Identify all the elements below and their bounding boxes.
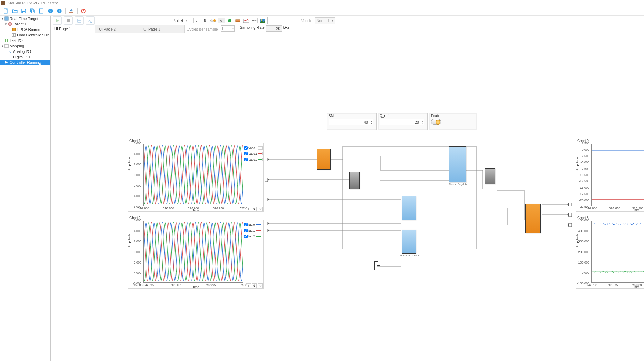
- legend-item[interactable]: Vabc.0: [244, 145, 263, 151]
- tree-item-target[interactable]: ▾Target 1: [0, 21, 50, 27]
- legend-item[interactable]: Vabc.1: [244, 151, 263, 156]
- chart-y-axis: 2.5000.000-2.500-5.000-7.500-10.500-12.5…: [576, 143, 590, 207]
- tree-item-fpga[interactable]: FPGA Boards: [0, 27, 50, 32]
- sampling-rate-label: Sampling Rate:: [240, 25, 265, 33]
- chart-plot-area[interactable]: [143, 221, 243, 283]
- chart-1: Chart 1 6.0004.0002.0000.000-2.000-4.000…: [128, 139, 264, 214]
- qref-value[interactable]: -20: [380, 119, 424, 125]
- tab-ui-page-2[interactable]: UI Page 2: [95, 25, 140, 33]
- palette-text[interactable]: Text: [251, 18, 258, 23]
- save-button[interactable]: [20, 7, 27, 15]
- port-out-3[interactable]: [567, 223, 572, 227]
- new-file-button[interactable]: [2, 7, 10, 15]
- legend-item[interactable]: Iac.0: [244, 222, 263, 228]
- sampling-rate-value[interactable]: 20: [266, 25, 282, 32]
- chart-plot-area[interactable]: [591, 221, 644, 283]
- tab-ui-page-1[interactable]: UI Page 1: [51, 25, 95, 33]
- enable-toggle[interactable]: [431, 119, 441, 125]
- tree-item-mapping[interactable]: ▾Mapping: [0, 43, 50, 49]
- stop-button[interactable]: [64, 16, 73, 25]
- tree-label: Mapping: [10, 44, 24, 48]
- input-qref: Q_ref -20: [378, 113, 428, 130]
- chart-2: Chart 2 6.0004.0002.0000.000-2.000-4.000…: [128, 216, 264, 291]
- svg-text:i: i: [59, 9, 60, 13]
- svg-marker-18: [5, 61, 8, 64]
- palette-led[interactable]: [226, 18, 233, 23]
- palette-toggle[interactable]: [210, 18, 217, 23]
- block-gray-1[interactable]: [349, 172, 360, 189]
- block-gray-2[interactable]: [485, 168, 495, 184]
- palette-stepper[interactable]: ⇅: [202, 18, 208, 23]
- tab-label: UI Page 3: [143, 27, 160, 31]
- chart-legend: Iac.0 Iac.1 Iac.2: [244, 222, 263, 239]
- chart-tool-pan[interactable]: ✥: [252, 207, 257, 211]
- chart-tool-reset[interactable]: ⟲: [258, 207, 263, 211]
- port-out-1[interactable]: [567, 203, 572, 206]
- palette-slider[interactable]: [234, 18, 241, 23]
- sm-value[interactable]: 40: [329, 119, 373, 125]
- tree-item-loadctrl[interactable]: Load Controller File: [0, 32, 50, 38]
- svg-text:?: ?: [49, 9, 51, 13]
- tree-label: FPGA Boards: [17, 27, 40, 32]
- port-in-5[interactable]: [265, 229, 269, 232]
- project-tree: ▾ Real-Time Target ▾Target 1 FPGA Boards…: [0, 16, 51, 361]
- power-button[interactable]: [80, 7, 87, 15]
- save-all-button[interactable]: [29, 7, 36, 15]
- input-label: Q_ref: [380, 114, 426, 118]
- download-button[interactable]: [68, 7, 75, 15]
- port-in-4[interactable]: [265, 222, 269, 225]
- workspace[interactable]: SM 40 Q_ref -20 Enable: [51, 33, 644, 361]
- tree-item-testio[interactable]: Test I/O: [0, 38, 50, 43]
- x-axis-label: Time: [632, 285, 639, 289]
- help-button[interactable]: ?: [47, 7, 54, 15]
- block-blue-mid-1[interactable]: [402, 196, 416, 220]
- svg-rect-1: [22, 11, 25, 13]
- port-in-2[interactable]: [265, 178, 269, 182]
- block-blue-mid-2[interactable]: [402, 230, 416, 254]
- y-axis-label: Amplitude: [576, 234, 579, 247]
- cycles-label: Cycles per sample: [185, 25, 220, 33]
- palette-display[interactable]: 0: [218, 18, 225, 23]
- scope-button[interactable]: [86, 16, 95, 25]
- tree-item-digital[interactable]: Digital I/O: [0, 54, 50, 60]
- legend-item[interactable]: Iac.1: [244, 228, 263, 233]
- tree-item-controller-running[interactable]: Controller Running: [0, 60, 50, 65]
- block-orange-1[interactable]: [317, 149, 331, 170]
- port-in-1[interactable]: [265, 158, 269, 161]
- svg-rect-50: [569, 223, 572, 227]
- svg-marker-19: [56, 19, 59, 22]
- block-orange-out[interactable]: [525, 204, 541, 233]
- chart-plot-area[interactable]: [143, 144, 243, 206]
- info-button[interactable]: i: [56, 7, 63, 15]
- window-title: StarSim RCP/SVG_RCP.srcp*: [8, 1, 58, 5]
- mode-select[interactable]: Normal: [315, 17, 335, 24]
- chart-tool-zoom[interactable]: +: [246, 283, 251, 288]
- main-toolbar: ? i: [0, 6, 644, 16]
- cycles-value[interactable]: 1: [221, 25, 235, 32]
- palette-chart[interactable]: [243, 18, 250, 23]
- tree-item-analog[interactable]: Analog I/O: [0, 49, 50, 54]
- legend-item[interactable]: Vabc.2: [244, 156, 263, 162]
- new-page-button[interactable]: [38, 7, 45, 15]
- palette-label: Palette: [172, 18, 187, 23]
- block-current-regulate[interactable]: [449, 146, 466, 182]
- svg-line-96: [592, 272, 594, 272]
- chart-tool-reset[interactable]: ⟲: [258, 283, 263, 288]
- play-button[interactable]: [53, 16, 62, 25]
- chart-plot-area[interactable]: [591, 144, 644, 206]
- open-file-button[interactable]: [11, 7, 19, 15]
- tree-label: Controller Running: [10, 60, 41, 65]
- port-in-3[interactable]: [265, 198, 269, 201]
- port-out-2[interactable]: [567, 213, 572, 217]
- constant-block[interactable]: [374, 261, 380, 270]
- tree-label: Target 1: [13, 22, 27, 26]
- config-button[interactable]: [75, 16, 84, 25]
- chart-tool-zoom[interactable]: +: [246, 207, 251, 211]
- palette-image[interactable]: [259, 18, 266, 23]
- tree-root[interactable]: ▾ Real-Time Target: [0, 16, 50, 21]
- legend-item[interactable]: Iac.2: [244, 233, 263, 239]
- tab-ui-page-3[interactable]: UI Page 3: [140, 25, 185, 33]
- y-axis-label: Amplitude: [128, 234, 131, 247]
- palette-number[interactable]: 0: [193, 18, 200, 23]
- chart-tool-pan[interactable]: ✥: [252, 283, 257, 288]
